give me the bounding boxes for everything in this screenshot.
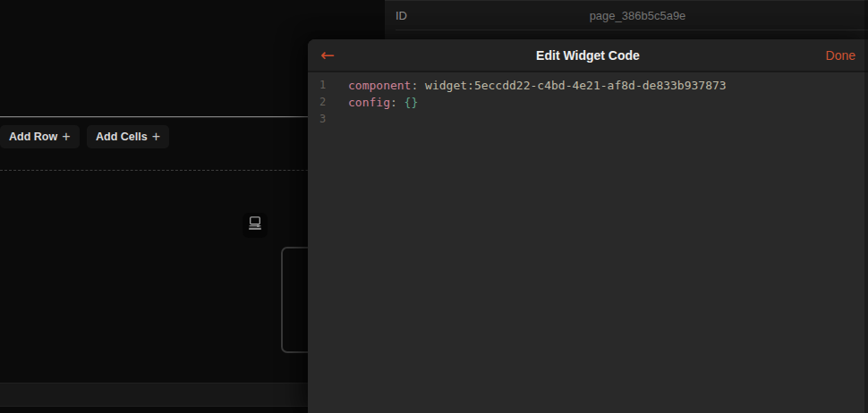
line-number: 2 [308,94,328,111]
done-button[interactable]: Done [826,48,855,63]
line-number: 1 [308,77,328,94]
add-cells-button[interactable]: Add Cells + [87,125,169,148]
properties-panel: ID page_386b5c5a9e [385,0,868,39]
add-cells-button-label: Add Cells [96,131,148,143]
code-line: 1 component: widget:5eccdd22-c4bd-4e21-a… [308,77,868,94]
id-field-label: ID [396,9,407,22]
code-line: 3 [308,111,868,128]
back-arrow-icon[interactable]: ← [320,46,335,63]
add-row-button[interactable]: Add Row + [0,125,80,148]
monitor-icon [245,214,265,237]
id-field-value[interactable]: page_386b5c5a9e [407,9,868,22]
scrollbar-track[interactable] [864,0,868,413]
code-editor[interactable]: 1 component: widget:5eccdd22-c4bd-4e21-a… [308,72,868,128]
widget-monitor-button[interactable] [243,213,268,238]
id-field-row: ID page_386b5c5a9e [396,1,868,30]
plus-icon: + [62,130,70,144]
edit-widget-code-modal: ← Edit Widget Code Done 1 component: wid… [308,39,868,413]
plus-icon: + [152,130,160,144]
code-text: config: {} [348,94,418,111]
code-text: component: widget:5eccdd22-c4bd-4e21-af8… [348,77,727,94]
code-line: 2 config: {} [308,94,868,111]
line-number: 3 [308,111,328,128]
add-row-button-label: Add Row [9,131,57,143]
modal-header: ← Edit Widget Code Done [308,39,868,72]
modal-title: Edit Widget Code [308,48,868,63]
